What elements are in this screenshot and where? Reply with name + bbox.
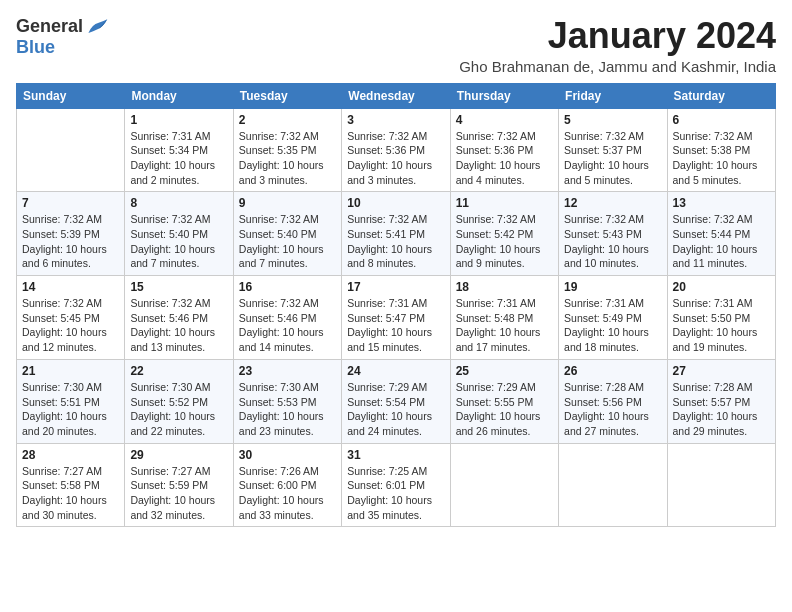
day-number: 6 — [673, 113, 770, 127]
calendar-subtitle: Gho Brahmanan de, Jammu and Kashmir, Ind… — [459, 58, 776, 75]
day-cell: 5Sunrise: 7:32 AM Sunset: 5:37 PM Daylig… — [559, 108, 667, 192]
day-detail: Sunrise: 7:32 AM Sunset: 5:40 PM Dayligh… — [239, 212, 336, 271]
day-number: 17 — [347, 280, 444, 294]
day-number: 5 — [564, 113, 661, 127]
day-detail: Sunrise: 7:30 AM Sunset: 5:53 PM Dayligh… — [239, 380, 336, 439]
day-detail: Sunrise: 7:31 AM Sunset: 5:49 PM Dayligh… — [564, 296, 661, 355]
day-detail: Sunrise: 7:29 AM Sunset: 5:54 PM Dayligh… — [347, 380, 444, 439]
week-row-3: 14Sunrise: 7:32 AM Sunset: 5:45 PM Dayli… — [17, 276, 776, 360]
day-header-monday: Monday — [125, 83, 233, 108]
day-detail: Sunrise: 7:30 AM Sunset: 5:51 PM Dayligh… — [22, 380, 119, 439]
day-detail: Sunrise: 7:25 AM Sunset: 6:01 PM Dayligh… — [347, 464, 444, 523]
day-detail: Sunrise: 7:31 AM Sunset: 5:34 PM Dayligh… — [130, 129, 227, 188]
day-detail: Sunrise: 7:32 AM Sunset: 5:44 PM Dayligh… — [673, 212, 770, 271]
day-cell: 14Sunrise: 7:32 AM Sunset: 5:45 PM Dayli… — [17, 276, 125, 360]
day-cell: 25Sunrise: 7:29 AM Sunset: 5:55 PM Dayli… — [450, 359, 558, 443]
day-number: 4 — [456, 113, 553, 127]
day-detail: Sunrise: 7:32 AM Sunset: 5:43 PM Dayligh… — [564, 212, 661, 271]
day-number: 7 — [22, 196, 119, 210]
day-number: 15 — [130, 280, 227, 294]
day-detail: Sunrise: 7:32 AM Sunset: 5:36 PM Dayligh… — [456, 129, 553, 188]
day-detail: Sunrise: 7:32 AM Sunset: 5:46 PM Dayligh… — [239, 296, 336, 355]
day-header-sunday: Sunday — [17, 83, 125, 108]
day-detail: Sunrise: 7:31 AM Sunset: 5:50 PM Dayligh… — [673, 296, 770, 355]
day-cell: 15Sunrise: 7:32 AM Sunset: 5:46 PM Dayli… — [125, 276, 233, 360]
week-row-4: 21Sunrise: 7:30 AM Sunset: 5:51 PM Dayli… — [17, 359, 776, 443]
calendar-table: SundayMondayTuesdayWednesdayThursdayFrid… — [16, 83, 776, 528]
day-number: 31 — [347, 448, 444, 462]
logo: General Blue — [16, 16, 109, 58]
day-detail: Sunrise: 7:32 AM Sunset: 5:36 PM Dayligh… — [347, 129, 444, 188]
day-number: 21 — [22, 364, 119, 378]
day-number: 9 — [239, 196, 336, 210]
day-detail: Sunrise: 7:32 AM Sunset: 5:45 PM Dayligh… — [22, 296, 119, 355]
day-cell: 7Sunrise: 7:32 AM Sunset: 5:39 PM Daylig… — [17, 192, 125, 276]
day-detail: Sunrise: 7:32 AM Sunset: 5:40 PM Dayligh… — [130, 212, 227, 271]
day-cell: 24Sunrise: 7:29 AM Sunset: 5:54 PM Dayli… — [342, 359, 450, 443]
day-cell: 10Sunrise: 7:32 AM Sunset: 5:41 PM Dayli… — [342, 192, 450, 276]
day-detail: Sunrise: 7:28 AM Sunset: 5:57 PM Dayligh… — [673, 380, 770, 439]
day-cell — [667, 443, 775, 527]
day-cell: 23Sunrise: 7:30 AM Sunset: 5:53 PM Dayli… — [233, 359, 341, 443]
day-number: 2 — [239, 113, 336, 127]
day-number: 11 — [456, 196, 553, 210]
day-detail: Sunrise: 7:32 AM Sunset: 5:39 PM Dayligh… — [22, 212, 119, 271]
day-number: 1 — [130, 113, 227, 127]
day-number: 27 — [673, 364, 770, 378]
day-cell: 13Sunrise: 7:32 AM Sunset: 5:44 PM Dayli… — [667, 192, 775, 276]
day-number: 8 — [130, 196, 227, 210]
day-cell: 3Sunrise: 7:32 AM Sunset: 5:36 PM Daylig… — [342, 108, 450, 192]
day-detail: Sunrise: 7:29 AM Sunset: 5:55 PM Dayligh… — [456, 380, 553, 439]
day-cell: 16Sunrise: 7:32 AM Sunset: 5:46 PM Dayli… — [233, 276, 341, 360]
day-detail: Sunrise: 7:31 AM Sunset: 5:48 PM Dayligh… — [456, 296, 553, 355]
day-detail: Sunrise: 7:32 AM Sunset: 5:37 PM Dayligh… — [564, 129, 661, 188]
day-cell: 18Sunrise: 7:31 AM Sunset: 5:48 PM Dayli… — [450, 276, 558, 360]
day-cell: 20Sunrise: 7:31 AM Sunset: 5:50 PM Dayli… — [667, 276, 775, 360]
week-row-1: 1Sunrise: 7:31 AM Sunset: 5:34 PM Daylig… — [17, 108, 776, 192]
day-header-thursday: Thursday — [450, 83, 558, 108]
day-detail: Sunrise: 7:31 AM Sunset: 5:47 PM Dayligh… — [347, 296, 444, 355]
title-area: January 2024 Gho Brahmanan de, Jammu and… — [459, 16, 776, 75]
week-row-5: 28Sunrise: 7:27 AM Sunset: 5:58 PM Dayli… — [17, 443, 776, 527]
day-number: 22 — [130, 364, 227, 378]
day-cell: 17Sunrise: 7:31 AM Sunset: 5:47 PM Dayli… — [342, 276, 450, 360]
logo-bird-icon — [85, 17, 109, 37]
day-detail: Sunrise: 7:32 AM Sunset: 5:35 PM Dayligh… — [239, 129, 336, 188]
day-detail: Sunrise: 7:32 AM Sunset: 5:41 PM Dayligh… — [347, 212, 444, 271]
day-header-saturday: Saturday — [667, 83, 775, 108]
day-cell: 21Sunrise: 7:30 AM Sunset: 5:51 PM Dayli… — [17, 359, 125, 443]
day-number: 10 — [347, 196, 444, 210]
header: General Blue January 2024 Gho Brahmanan … — [16, 16, 776, 75]
day-cell: 12Sunrise: 7:32 AM Sunset: 5:43 PM Dayli… — [559, 192, 667, 276]
day-detail: Sunrise: 7:32 AM Sunset: 5:38 PM Dayligh… — [673, 129, 770, 188]
day-cell: 6Sunrise: 7:32 AM Sunset: 5:38 PM Daylig… — [667, 108, 775, 192]
day-cell: 19Sunrise: 7:31 AM Sunset: 5:49 PM Dayli… — [559, 276, 667, 360]
day-cell: 28Sunrise: 7:27 AM Sunset: 5:58 PM Dayli… — [17, 443, 125, 527]
day-cell: 8Sunrise: 7:32 AM Sunset: 5:40 PM Daylig… — [125, 192, 233, 276]
day-number: 12 — [564, 196, 661, 210]
day-detail: Sunrise: 7:26 AM Sunset: 6:00 PM Dayligh… — [239, 464, 336, 523]
day-cell: 31Sunrise: 7:25 AM Sunset: 6:01 PM Dayli… — [342, 443, 450, 527]
day-cell: 11Sunrise: 7:32 AM Sunset: 5:42 PM Dayli… — [450, 192, 558, 276]
day-number: 19 — [564, 280, 661, 294]
day-cell — [450, 443, 558, 527]
day-detail: Sunrise: 7:30 AM Sunset: 5:52 PM Dayligh… — [130, 380, 227, 439]
day-detail: Sunrise: 7:32 AM Sunset: 5:46 PM Dayligh… — [130, 296, 227, 355]
day-detail: Sunrise: 7:32 AM Sunset: 5:42 PM Dayligh… — [456, 212, 553, 271]
day-header-tuesday: Tuesday — [233, 83, 341, 108]
day-number: 29 — [130, 448, 227, 462]
day-header-friday: Friday — [559, 83, 667, 108]
day-cell: 2Sunrise: 7:32 AM Sunset: 5:35 PM Daylig… — [233, 108, 341, 192]
day-cell: 27Sunrise: 7:28 AM Sunset: 5:57 PM Dayli… — [667, 359, 775, 443]
week-row-2: 7Sunrise: 7:32 AM Sunset: 5:39 PM Daylig… — [17, 192, 776, 276]
day-number: 18 — [456, 280, 553, 294]
day-cell: 9Sunrise: 7:32 AM Sunset: 5:40 PM Daylig… — [233, 192, 341, 276]
day-number: 3 — [347, 113, 444, 127]
day-cell: 30Sunrise: 7:26 AM Sunset: 6:00 PM Dayli… — [233, 443, 341, 527]
day-number: 26 — [564, 364, 661, 378]
day-number: 28 — [22, 448, 119, 462]
day-number: 30 — [239, 448, 336, 462]
day-cell — [559, 443, 667, 527]
day-number: 20 — [673, 280, 770, 294]
day-cell: 29Sunrise: 7:27 AM Sunset: 5:59 PM Dayli… — [125, 443, 233, 527]
